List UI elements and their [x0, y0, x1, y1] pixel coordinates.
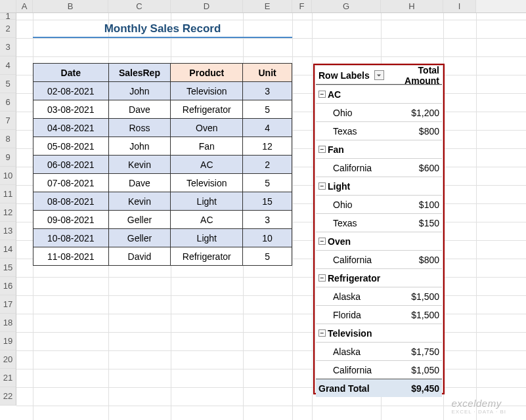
table-row[interactable]: 09-08-2021GellerAC3 [33, 211, 292, 229]
pivot-header-row[interactable]: Row LabelsTotal Amount [316, 66, 442, 85]
cell[interactable]: 5 [243, 174, 292, 192]
col-salesrep[interactable]: SalesRep [108, 64, 171, 82]
col-unit[interactable]: Unit [243, 64, 292, 82]
col-header-F[interactable]: F [292, 0, 312, 12]
cell[interactable]: 07-08-2021 [33, 174, 109, 192]
pivot-item-row[interactable]: California$600 [316, 158, 442, 177]
cell[interactable]: AC [171, 211, 243, 229]
collapse-icon[interactable]: − [318, 238, 326, 245]
collapse-icon[interactable]: − [318, 274, 326, 282]
pivot-item-row[interactable]: Alaska$1,750 [316, 342, 442, 360]
row-header-6[interactable]: 6 [0, 93, 16, 112]
cell[interactable]: 10-08-2021 [33, 229, 109, 247]
cell[interactable]: John [108, 82, 171, 100]
cell[interactable]: Geller [108, 211, 171, 229]
cell[interactable]: 06-08-2021 [33, 156, 109, 174]
pivot-group-row[interactable]: −Light [316, 177, 442, 195]
row-header-3[interactable]: 3 [0, 38, 16, 56]
pivot-item-row[interactable]: Texas$150 [316, 213, 442, 232]
collapse-icon[interactable]: − [318, 146, 326, 153]
row-header-9[interactable]: 9 [0, 148, 16, 167]
table-row[interactable]: 03-08-2021DaveRefrigerator5 [33, 100, 292, 119]
row-header-14[interactable]: 14 [0, 240, 16, 259]
row-header-7[interactable]: 7 [0, 112, 16, 130]
table-row[interactable]: 06-08-2021KevinAC2 [33, 156, 292, 174]
col-header-C[interactable]: C [108, 0, 171, 12]
row-header-12[interactable]: 12 [0, 203, 16, 222]
pivot-item-row[interactable]: Florida$1,500 [316, 305, 442, 324]
col-header-H[interactable]: H [381, 0, 443, 12]
collapse-icon[interactable]: − [318, 329, 326, 337]
pivot-group-row[interactable]: −Television [316, 324, 442, 342]
col-header-A[interactable]: A [16, 0, 33, 12]
grid-area[interactable]: Monthly Sales Record Date SalesRep Produ… [16, 13, 526, 420]
table-row[interactable]: 10-08-2021GellerLight10 [33, 229, 292, 247]
row-header-20[interactable]: 20 [0, 350, 16, 369]
pivot-group-row[interactable]: −Oven [316, 232, 442, 250]
table-row[interactable]: 08-08-2021KevinLight15 [33, 192, 292, 211]
table-row[interactable]: 05-08-2021JohnFan12 [33, 137, 292, 156]
row-header-11[interactable]: 11 [0, 185, 16, 203]
cell[interactable]: Kevin [108, 156, 171, 174]
filter-dropdown-icon[interactable] [374, 70, 384, 80]
cell[interactable]: Light [171, 192, 243, 211]
row-header-5[interactable]: 5 [0, 75, 16, 93]
table-row[interactable]: 11-08-2021DavidRefrigerator5 [33, 247, 292, 266]
row-header-10[interactable]: 10 [0, 167, 16, 185]
row-header-16[interactable]: 16 [0, 277, 16, 295]
cell[interactable]: Oven [171, 119, 243, 137]
table-row[interactable]: 07-08-2021DaveTelevision5 [33, 174, 292, 192]
cell[interactable]: 3 [243, 82, 292, 100]
cell[interactable]: 03-08-2021 [33, 100, 109, 119]
cell[interactable]: 05-08-2021 [33, 137, 109, 156]
collapse-icon[interactable]: − [318, 182, 326, 190]
pivot-item-row[interactable]: California$800 [316, 250, 442, 268]
pivot-group-row[interactable]: −Fan [316, 140, 442, 158]
pivot-group-row[interactable]: −AC [316, 85, 442, 103]
cell[interactable]: 5 [243, 247, 292, 266]
cell[interactable]: Geller [108, 229, 171, 247]
cell[interactable]: 04-08-2021 [33, 119, 109, 137]
cell[interactable]: 5 [243, 100, 292, 119]
cell[interactable]: Television [171, 82, 243, 100]
row-header-1[interactable]: 1 [0, 13, 16, 20]
cell[interactable]: Dave [108, 100, 171, 119]
cell[interactable]: AC [171, 156, 243, 174]
cell[interactable]: Dave [108, 174, 171, 192]
col-product[interactable]: Product [171, 64, 243, 82]
cell[interactable]: 4 [243, 119, 292, 137]
cell[interactable]: 09-08-2021 [33, 211, 109, 229]
col-header-D[interactable]: D [171, 0, 243, 12]
row-header-4[interactable]: 4 [0, 56, 16, 75]
cell[interactable]: Light [171, 229, 243, 247]
row-header-22[interactable]: 22 [0, 387, 16, 406]
cell[interactable]: 2 [243, 156, 292, 174]
pivot-item-row[interactable]: Alaska$1,500 [316, 287, 442, 305]
col-header-B[interactable]: B [33, 0, 108, 12]
cell[interactable]: 08-08-2021 [33, 192, 109, 211]
cell[interactable]: Refrigerator [171, 247, 243, 266]
cell[interactable]: Kevin [108, 192, 171, 211]
row-header-15[interactable]: 15 [0, 259, 16, 277]
pivot-item-row[interactable]: Texas$800 [316, 121, 442, 140]
col-header-G[interactable]: G [312, 0, 381, 12]
row-header-21[interactable]: 21 [0, 369, 16, 387]
cell[interactable]: 11-08-2021 [33, 247, 109, 266]
cell[interactable]: Television [171, 174, 243, 192]
row-header-2[interactable]: 2 [0, 20, 16, 38]
col-header-I[interactable]: I [443, 0, 476, 12]
cell[interactable]: Ross [108, 119, 171, 137]
cell[interactable]: David [108, 247, 171, 266]
row-header-17[interactable]: 17 [0, 295, 16, 314]
pivot-item-row[interactable]: Ohio$1,200 [316, 103, 442, 121]
row-header-8[interactable]: 8 [0, 130, 16, 148]
cell[interactable]: Fan [171, 137, 243, 156]
row-header-18[interactable]: 18 [0, 314, 16, 332]
cell[interactable]: Refrigerator [171, 100, 243, 119]
cell[interactable]: 12 [243, 137, 292, 156]
cell[interactable]: 15 [243, 192, 292, 211]
table-row[interactable]: 04-08-2021RossOven4 [33, 119, 292, 137]
pivot-item-row[interactable]: California$1,050 [316, 360, 442, 379]
collapse-icon[interactable]: − [318, 91, 326, 98]
table-row[interactable]: 02-08-2021JohnTelevision3 [33, 82, 292, 100]
